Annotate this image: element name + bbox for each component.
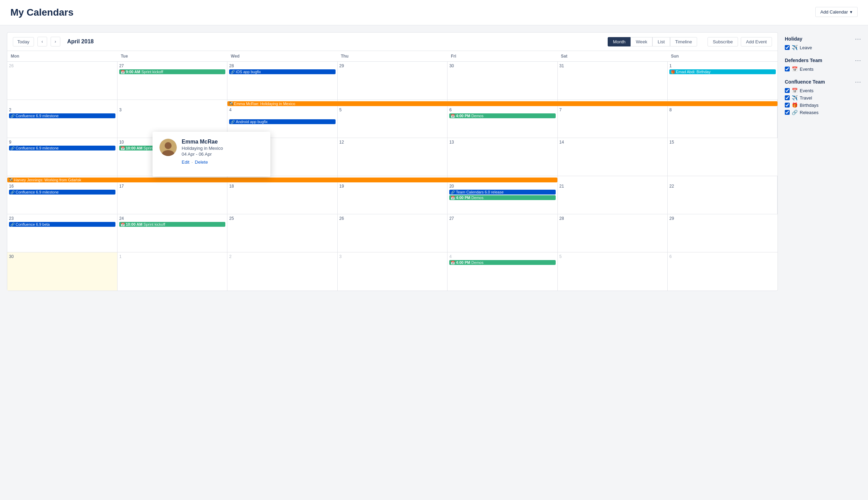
- event-icon: 🎁: [671, 70, 675, 74]
- day-number: 23: [9, 216, 115, 221]
- day-number: 2: [229, 254, 335, 259]
- day-number: 13: [449, 140, 555, 145]
- day-number: 19: [339, 184, 445, 189]
- popup-delete-link[interactable]: Delete: [195, 160, 208, 165]
- event-android-bugfix[interactable]: 🔗 Android app bugfix: [229, 119, 335, 124]
- day-header-sat: Sat: [557, 51, 667, 62]
- popup-header: Emma McRae Holidaying in Mexico 04 Apr -…: [159, 139, 263, 165]
- day-number: 22: [669, 184, 775, 189]
- sidebar-item-label-leave: Leave: [800, 45, 812, 50]
- day-number: 30: [449, 63, 555, 68]
- tab-month[interactable]: Month: [608, 37, 631, 46]
- event-icon: 📅: [121, 223, 125, 226]
- event-demos-w2[interactable]: 📅 4:00 PM Demos: [449, 113, 555, 118]
- sidebar-item-confluence-releases: 🔗 Releases: [785, 110, 861, 115]
- add-event-button[interactable]: Add Event: [741, 37, 772, 46]
- event-emad-birthday[interactable]: 🎁 Emad Abdi: Birthday: [669, 69, 776, 74]
- day-header-mon: Mon: [7, 51, 117, 62]
- day-number: 12: [339, 140, 445, 145]
- day-header-tue: Tue: [117, 51, 227, 62]
- event-icon: 🔗: [451, 190, 455, 194]
- sidebar-section-title-holiday: Holiday: [785, 36, 802, 42]
- popup-separator: ·: [191, 160, 193, 165]
- popup-actions: Edit · Delete: [182, 160, 223, 165]
- sidebar-section-title-confluence: Confluence Team: [785, 79, 825, 85]
- event-harvey-spanning[interactable]: ✈️ Harvey Jennings: Working from Gdańsk: [7, 178, 557, 182]
- event-text: Team Calendars 6.0 release: [456, 190, 504, 194]
- day-number: 26: [9, 63, 115, 68]
- day-cell-mar26: 26: [7, 62, 117, 100]
- event-sprint-kickoff-1[interactable]: 📅 9:00 AM Sprint kickoff: [119, 69, 225, 74]
- event-text: Confluence 6.9 beta: [16, 222, 50, 226]
- event-text: Confluence 6.9 milestone: [16, 114, 59, 118]
- day-cell-apr9: 9 🔗 Confluence 6.9 milestone: [7, 138, 117, 176]
- event-ios-bugfix[interactable]: 🔗 iOS app bugfix: [229, 69, 335, 74]
- tab-list[interactable]: List: [652, 37, 670, 46]
- event-icon: 📅: [121, 146, 125, 150]
- add-calendar-container: Add Calendar ▾: [815, 7, 858, 17]
- event-confluence-beta[interactable]: 🔗 Confluence 6.9 beta: [9, 222, 115, 227]
- day-cell-may1: 1: [117, 252, 227, 291]
- event-text: 4:00 PM Demos: [456, 114, 483, 118]
- event-demos-w4[interactable]: 📅 4:00 PM Demos: [449, 195, 555, 200]
- day-cell-apr24: 24 📅 10:00 AM Sprint kickoff: [117, 214, 227, 252]
- subscribe-button[interactable]: Subscribe: [708, 37, 738, 46]
- sidebar-section-header-defenders: Defenders Team ⋯: [785, 57, 861, 63]
- day-number: 3: [339, 254, 445, 259]
- day-number: 4: [449, 254, 555, 259]
- sidebar-checkbox-confluence-birthdays[interactable]: [785, 103, 790, 107]
- popup-edit-link[interactable]: Edit: [182, 160, 189, 165]
- sidebar-checkbox-leave[interactable]: [785, 45, 790, 50]
- event-text: 9:00 AM Sprint kickoff: [126, 70, 163, 74]
- event-demos-w6[interactable]: 📅 4:00 PM Demos: [449, 260, 555, 265]
- event-sprint-kickoff-w5[interactable]: 📅 10:00 AM Sprint kickoff: [119, 222, 225, 227]
- event-icon: ✈️: [229, 102, 233, 105]
- event-icon: 🔗: [10, 190, 15, 194]
- day-number: 28: [229, 63, 335, 68]
- day-number: 27: [449, 216, 555, 221]
- sidebar-item-label-confluence-events: Events: [800, 88, 814, 93]
- day-cell-may2: 2: [227, 252, 337, 291]
- day-number: 24: [119, 216, 225, 221]
- event-text: Confluence 6.9 milestone: [16, 146, 59, 150]
- sidebar-menu-holiday-button[interactable]: ⋯: [855, 36, 861, 42]
- day-header-thu: Thu: [337, 51, 447, 62]
- event-team-calendars-release[interactable]: 🔗 Team Calendars 6.0 release: [449, 190, 555, 195]
- sidebar-checkbox-confluence-travel[interactable]: [785, 95, 790, 100]
- day-number: 2: [9, 107, 115, 112]
- next-month-button[interactable]: ›: [51, 37, 60, 46]
- event-confluence-milestone-w2[interactable]: 🔗 Confluence 6.9 milestone: [9, 113, 115, 118]
- day-header-wed: Wed: [227, 51, 337, 62]
- popup-person-name: Emma McRae: [182, 139, 223, 145]
- sidebar-menu-confluence-button[interactable]: ⋯: [855, 79, 861, 85]
- day-header-fri: Fri: [448, 51, 557, 62]
- leave-icon: ✈️: [792, 45, 798, 50]
- current-month-label: April 2018: [67, 38, 94, 45]
- day-cell-apr22: 22: [668, 176, 778, 214]
- prev-month-button[interactable]: ‹: [37, 37, 47, 46]
- event-icon: 🔗: [10, 223, 15, 226]
- sidebar-checkbox-confluence-events[interactable]: [785, 88, 790, 93]
- event-icon: 🔗: [10, 114, 15, 118]
- sidebar-item-label-confluence-travel: Travel: [800, 95, 812, 101]
- avatar-image: [159, 139, 177, 156]
- event-confluence-milestone-w4[interactable]: 🔗 Confluence 6.9 milestone: [9, 190, 115, 195]
- sidebar-checkbox-confluence-releases[interactable]: [785, 110, 790, 115]
- popup-avatar: [159, 139, 177, 156]
- sidebar-menu-defenders-button[interactable]: ⋯: [855, 57, 861, 63]
- event-emma-spanning[interactable]: ✈️ Emma McRae: Holidaying in Mexico: [227, 101, 778, 106]
- today-button[interactable]: Today: [13, 37, 34, 46]
- day-cell-apr27: 27: [448, 214, 557, 252]
- sidebar-section-title-defenders: Defenders Team: [785, 58, 822, 63]
- event-text: 4:00 PM Demos: [456, 260, 483, 265]
- tab-week[interactable]: Week: [631, 37, 652, 46]
- sidebar-checkbox-defenders-events[interactable]: [785, 67, 790, 71]
- week-row-2: 2 🔗 Confluence 6.9 milestone 3 4: [7, 100, 778, 138]
- event-icon: 📅: [451, 114, 455, 118]
- week-row-6: 30 1 2 3 4: [7, 252, 778, 291]
- event-confluence-milestone-w3[interactable]: 🔗 Confluence 6.9 milestone: [9, 146, 115, 150]
- add-calendar-button[interactable]: Add Calendar ▾: [815, 7, 858, 17]
- day-number: 29: [669, 216, 776, 221]
- day-cell-apr28: 28: [557, 214, 667, 252]
- tab-timeline[interactable]: Timeline: [670, 37, 697, 46]
